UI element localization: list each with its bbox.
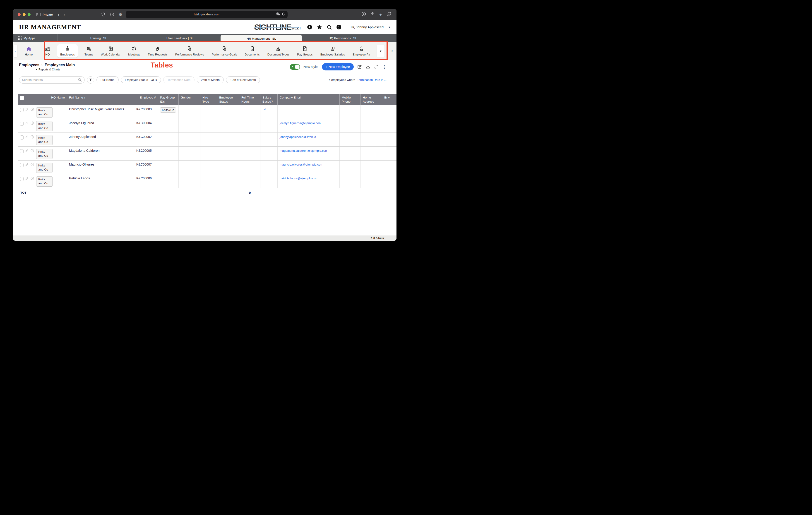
edit-record-icon[interactable] [25, 107, 29, 111]
tab-hr-management[interactable]: HR Management | SL [221, 35, 302, 42]
full-name[interactable]: Jocelyn Figueroa [69, 121, 94, 125]
strip-item-work-calendar[interactable]: Work Calendar [100, 45, 121, 58]
strip-item-employees[interactable]: Employees [57, 45, 78, 58]
strip-dropdown-button[interactable]: ▼ [377, 45, 385, 57]
view-record-icon[interactable] [30, 176, 34, 180]
sidebar-toggle-icon[interactable] [36, 13, 40, 16]
col-full-name-sorted[interactable]: Full Name ↑ [67, 94, 134, 105]
strip-scroll-left-button[interactable]: ‹ [13, 45, 18, 58]
hq-name-value[interactable]: Knits and Co [36, 163, 53, 173]
strip-scroll-right-button[interactable]: › [391, 48, 393, 53]
col-gender[interactable]: Gender [179, 94, 200, 105]
privacy-shield-icon[interactable] [102, 12, 105, 17]
strip-item-teams[interactable]: Teams [84, 45, 94, 58]
edit-report-icon[interactable] [357, 64, 362, 69]
strip-item-hq[interactable]: HQ [44, 45, 51, 58]
strip-item-performance-goals[interactable]: Performance Goals [211, 45, 238, 58]
col-hq-name[interactable]: HQ Name [51, 95, 65, 104]
row-checkbox[interactable] [20, 108, 24, 112]
tab-user-feedback[interactable]: User Feedback | SL [139, 34, 221, 42]
hq-name-value[interactable]: Knits and Co [36, 121, 53, 131]
col-employee-number[interactable]: Employee # [134, 94, 158, 105]
strip-item-time-requests[interactable]: Time Requests [147, 45, 169, 58]
col-hire-type[interactable]: Hire Type [200, 94, 217, 105]
strip-item-document-types[interactable]: Document Types [266, 45, 290, 58]
strip-item-documents[interactable]: Documents [244, 45, 261, 58]
filter-funnel-button[interactable] [87, 76, 94, 84]
filter-pill-25th-of-month[interactable]: 25th of Month [197, 76, 224, 83]
company-email-link[interactable]: johnny.appleseed@lztek.io [280, 135, 316, 139]
breadcrumb-report[interactable]: Employees Main [45, 63, 75, 67]
forward-button[interactable]: › [64, 12, 65, 17]
tab-overview-icon[interactable] [387, 12, 391, 17]
edit-record-icon[interactable] [25, 149, 29, 152]
strip-item-pay-groups[interactable]: $ Pay Groups [296, 45, 314, 58]
translate-icon[interactable] [276, 12, 280, 17]
hq-name-value[interactable]: Knits and Co [36, 135, 53, 145]
col-home-address[interactable]: Home Address [361, 94, 382, 105]
hq-name-value[interactable]: Knits and Co [36, 149, 53, 159]
filter-pill-full-name[interactable]: Full Name [96, 76, 119, 83]
view-record-icon[interactable] [30, 163, 34, 167]
row-checkbox[interactable] [20, 136, 24, 140]
downloads-icon[interactable] [361, 12, 366, 17]
full-name[interactable]: Magdalena Calderon [69, 149, 99, 152]
add-circle-icon[interactable] [307, 25, 312, 30]
edit-record-icon[interactable] [25, 176, 29, 180]
row-checkbox[interactable] [20, 122, 24, 126]
row-checkbox[interactable] [20, 177, 24, 181]
hq-name-value[interactable]: Knits and Co [36, 176, 53, 187]
new-tab-icon[interactable]: + [379, 12, 382, 17]
address-bar[interactable]: lztek.quickbase.com [126, 11, 288, 18]
expand-icon[interactable] [374, 64, 379, 69]
pay-group-value[interactable]: Knits&Co [160, 107, 176, 113]
full-name[interactable]: Mauricio Olivares [69, 163, 94, 166]
breadcrumb-table[interactable]: Employees [19, 63, 39, 67]
edit-record-icon[interactable] [25, 121, 29, 125]
view-record-icon[interactable] [30, 107, 34, 111]
more-options-kebab-icon[interactable]: ⋮ [382, 64, 386, 69]
col-pay-group-ids[interactable]: Pay Group IDs [158, 94, 179, 105]
col-mobile-phone[interactable]: Mobile Phone [340, 94, 361, 105]
view-record-icon[interactable] [30, 121, 34, 125]
history-icon[interactable] [110, 12, 114, 17]
view-record-icon[interactable] [30, 149, 34, 153]
select-all-checkbox[interactable] [20, 96, 24, 100]
favorites-star-icon[interactable] [317, 25, 322, 30]
row-checkbox[interactable] [20, 163, 24, 167]
tab-training[interactable]: Training | SL [58, 34, 139, 42]
strip-item-meetings[interactable]: Meetings [127, 45, 141, 58]
download-report-icon[interactable] [366, 64, 371, 69]
search-records-input[interactable] [22, 78, 78, 82]
minimize-window-button[interactable] [23, 13, 26, 16]
full-name[interactable]: Patricia Lagos [69, 176, 90, 180]
hq-name-value[interactable]: Knits and Co [36, 107, 53, 117]
company-email-link[interactable]: patricia.lagos@ejemplo.con [280, 177, 317, 180]
reload-icon[interactable] [282, 12, 285, 17]
company-email-link[interactable]: mauricio.olivares@ejemplo.con [280, 163, 322, 166]
filter-summary-link[interactable]: Termination Date is ... [357, 78, 386, 82]
close-window-button[interactable] [18, 13, 21, 16]
back-button[interactable]: ‹ [58, 12, 59, 17]
reports-and-charts-link[interactable]: Reports & Charts [36, 68, 75, 71]
filter-pill-employee-status-old[interactable]: Employee Status - OLD [121, 76, 161, 83]
strip-item-performance-reviews[interactable]: Performance Reviews [174, 45, 205, 58]
strip-item-employee-salaries[interactable]: $ Employee Salaries [319, 45, 346, 58]
row-checkbox[interactable] [20, 149, 24, 153]
col-truncated[interactable]: Er y [382, 94, 397, 105]
col-company-email[interactable]: Company Email [278, 94, 340, 105]
filter-pill-termination-date[interactable]: Termination Date [163, 76, 195, 83]
user-menu-caret-icon[interactable]: ▼ [388, 26, 390, 29]
search-records-box[interactable] [19, 76, 85, 84]
full-name[interactable]: Johnny Appleseed [69, 135, 96, 139]
col-salary-based[interactable]: Salary Based? [260, 94, 278, 105]
my-apps-button[interactable]: My Apps [13, 34, 58, 42]
zoom-window-button[interactable] [28, 13, 31, 16]
alerts-icon[interactable] [336, 25, 342, 30]
new-employee-button[interactable]: + New Employee [322, 63, 354, 70]
full-name[interactable]: Christopher Jose Miguel Yanez Florez [69, 107, 124, 111]
new-style-toggle[interactable]: ✓ [290, 64, 300, 70]
view-record-icon[interactable] [30, 135, 34, 139]
settings-gear-icon[interactable]: ⚙ [119, 12, 122, 17]
col-employee-status[interactable]: Employee Status [217, 94, 239, 105]
